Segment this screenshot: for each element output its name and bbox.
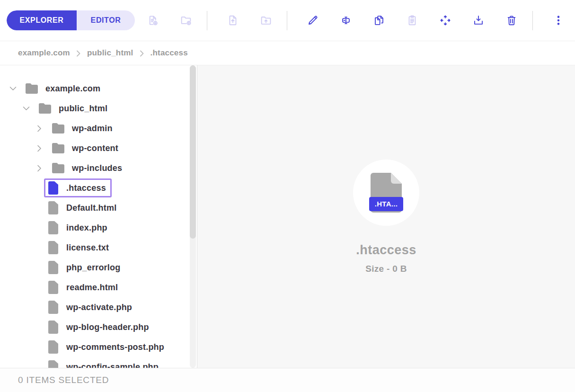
toolbar-divider	[532, 11, 533, 30]
file-manager-window: EXPLORER EDITOR example.compublic_html.h…	[0, 0, 575, 392]
status-text: 0 ITEMS SELECTED	[18, 375, 109, 385]
upload-folder-icon	[260, 14, 272, 27]
selected-item-highlight: .htaccess	[44, 178, 112, 197]
tree-item-label: index.php	[66, 223, 107, 233]
chevron-right-icon[interactable]	[34, 145, 44, 152]
tree-item-index-php[interactable]: index.php	[0, 218, 197, 238]
copy-button[interactable]	[363, 6, 396, 35]
tree-item-public-html[interactable]: public_html	[0, 98, 197, 118]
tree-scrollbar-thumb[interactable]	[190, 65, 196, 239]
folder-icon	[52, 163, 64, 173]
download-button[interactable]	[462, 6, 495, 35]
rename-button[interactable]	[329, 6, 363, 35]
tree-item-wp-activate-php[interactable]: wp-activate.php	[0, 297, 197, 317]
paste-button	[396, 6, 429, 35]
upload-file-button	[216, 6, 249, 35]
tree-item-example-com[interactable]: example.com	[0, 79, 197, 98]
upload-folder-button	[249, 6, 283, 35]
tree-item-readme-html[interactable]: readme.html	[0, 277, 197, 297]
tree-item-label: wp-includes	[72, 163, 122, 173]
file-tree-panel: example.compublic_htmlwp-adminwp-content…	[0, 65, 197, 368]
breadcrumb-item-example-com[interactable]: example.com	[18, 48, 70, 58]
folder-icon	[52, 143, 64, 153]
chevron-right-icon[interactable]	[34, 125, 44, 132]
tree-scrollbar-track[interactable]	[190, 65, 196, 368]
file-icon	[48, 181, 58, 195]
tree-item-label: wp-comments-post.php	[66, 342, 164, 352]
tree-item-label: Default.html	[66, 203, 116, 213]
tree-item-wp-includes[interactable]: wp-includes	[0, 158, 197, 178]
chevron-right-icon	[76, 50, 81, 57]
editor-tab[interactable]: EDITOR	[77, 10, 135, 30]
toolbar-divider	[207, 11, 207, 30]
edit-button[interactable]	[296, 6, 329, 35]
more-options-button[interactable]	[542, 6, 575, 35]
tree-item-wp-admin[interactable]: wp-admin	[0, 118, 197, 138]
delete-icon	[505, 14, 518, 27]
move-button[interactable]	[429, 6, 462, 35]
upload-file-icon	[227, 14, 239, 27]
edit-icon	[307, 14, 319, 27]
tree-item-label: example.com	[45, 84, 100, 94]
new-file-icon	[147, 14, 159, 27]
more-options-icon	[552, 14, 565, 27]
breadcrumb: example.compublic_html.htaccess	[0, 41, 575, 65]
tree-item-label: wp-admin	[72, 124, 113, 134]
folder-icon	[52, 123, 64, 134]
file-icon	[48, 340, 58, 354]
tree-item-label: .htaccess	[66, 183, 106, 193]
download-icon	[472, 14, 485, 27]
breadcrumb-item-htaccess[interactable]: .htaccess	[150, 48, 188, 58]
new-folder-button	[169, 6, 203, 35]
tree-item-wp-content[interactable]: wp-content	[0, 138, 197, 158]
tree-item-label: license.txt	[66, 243, 109, 253]
chevron-right-icon[interactable]	[34, 165, 44, 172]
status-bar: 0 ITEMS SELECTED	[0, 368, 575, 392]
file-icon	[48, 301, 58, 314]
tree-item-label: wp-content	[72, 143, 118, 153]
file-icon	[48, 321, 58, 334]
rename-icon	[340, 14, 352, 27]
content-area: example.compublic_htmlwp-adminwp-content…	[0, 65, 575, 368]
toolbar-buttons	[136, 6, 575, 35]
tree-item-default-html[interactable]: Default.html	[0, 198, 197, 218]
tree-item-license-txt[interactable]: license.txt	[0, 238, 197, 258]
preview-panel: .HTA... .htaccess Size - 0 B	[197, 65, 575, 368]
folder-icon	[39, 103, 51, 114]
new-file-button	[136, 6, 169, 35]
tree-item-wp-blog-header-php[interactable]: wp-blog-header.php	[0, 317, 197, 337]
file-icon	[48, 261, 58, 274]
file-icon	[48, 221, 58, 234]
tree-item-label: wp-blog-header.php	[66, 322, 149, 332]
chevron-right-icon	[140, 50, 144, 57]
copy-icon	[373, 14, 385, 27]
file-extension-badge: .HTA...	[369, 197, 403, 211]
tree-item-htaccess[interactable]: .htaccess	[0, 178, 197, 198]
move-icon	[439, 14, 451, 27]
toolbar: EXPLORER EDITOR	[0, 0, 575, 41]
breadcrumb-item-public-html[interactable]: public_html	[87, 48, 133, 58]
tree-item-label: wp-activate.php	[66, 303, 132, 312]
toolbar-divider	[287, 11, 287, 30]
new-folder-icon	[180, 14, 192, 27]
chevron-down-icon[interactable]	[21, 106, 31, 111]
preview-file-name: .htaccess	[356, 243, 416, 258]
file-preview-circle: .HTA...	[353, 160, 419, 226]
explorer-tab[interactable]: EXPLORER	[7, 10, 77, 30]
tree-item-php-errorlog[interactable]: php_errorlog	[0, 258, 197, 277]
delete-button[interactable]	[495, 6, 528, 35]
file-type-icon: .HTA...	[371, 173, 402, 213]
tree-item-wp-config-sample-php[interactable]: wp-config-sample.php	[0, 357, 197, 368]
tree-item-wp-comments-post-php[interactable]: wp-comments-post.php	[0, 337, 197, 357]
file-tree: example.compublic_htmlwp-adminwp-content…	[0, 79, 197, 368]
chevron-down-icon[interactable]	[8, 86, 18, 91]
file-icon	[48, 241, 58, 254]
paste-icon	[406, 14, 418, 27]
view-toggle: EXPLORER EDITOR	[7, 10, 135, 30]
file-icon	[48, 201, 58, 214]
preview-file-size: Size - 0 B	[365, 264, 407, 274]
tree-item-label: readme.html	[66, 283, 118, 293]
folder-icon	[26, 83, 38, 94]
tree-item-label: wp-config-sample.php	[66, 362, 159, 368]
file-icon	[48, 281, 58, 294]
